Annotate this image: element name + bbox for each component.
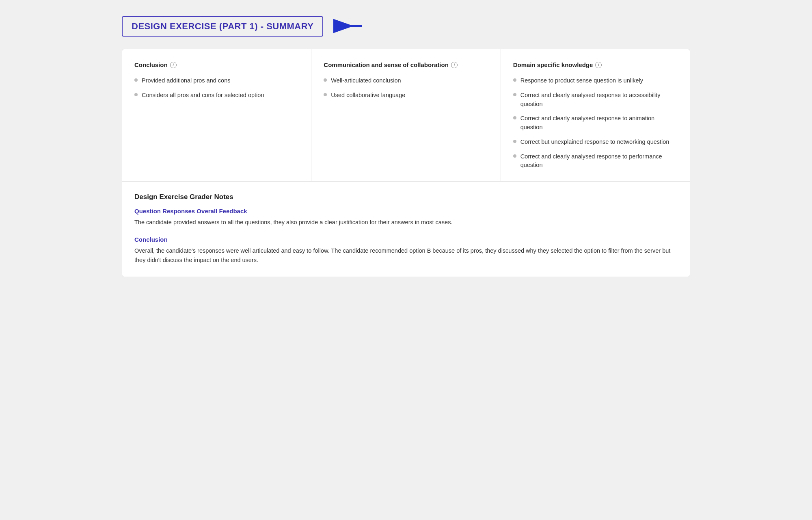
list-item-text: Correct and clearly analysed response to… xyxy=(520,152,678,170)
criteria-col-conclusion: Conclusion iProvided additional pros and… xyxy=(122,49,311,181)
bullet-dot xyxy=(513,93,516,96)
list-item-text: Correct and clearly analysed response to… xyxy=(520,91,678,109)
grader-notes-title: Design Exercise Grader Notes xyxy=(134,193,678,201)
bullet-dot xyxy=(134,93,138,96)
bullet-list-communication: Well-articulated conclusionUsed collabor… xyxy=(324,76,488,100)
conclusion-label: Conclusion xyxy=(134,236,678,243)
list-item-text: Provided additional pros and cons xyxy=(142,76,230,85)
list-item-text: Well-articulated conclusion xyxy=(331,76,401,85)
list-item: Provided additional pros and cons xyxy=(134,76,299,85)
criteria-section: Conclusion iProvided additional pros and… xyxy=(122,49,690,182)
criteria-col-title-domain: Domain specific knowledge i xyxy=(513,61,678,69)
bullet-list-conclusion: Provided additional pros and consConside… xyxy=(134,76,299,100)
bullet-dot xyxy=(513,78,516,82)
page-title: DESIGN EXERCISE (PART 1) - SUMMARY xyxy=(132,21,313,31)
list-item: Used collaborative language xyxy=(324,91,488,100)
bullet-dot xyxy=(513,154,516,158)
bullet-list-domain: Response to product sense question is un… xyxy=(513,76,678,170)
list-item-text: Used collaborative language xyxy=(331,91,405,100)
back-arrow-icon xyxy=(331,18,364,35)
grader-section: Design Exercise Grader Notes Question Re… xyxy=(122,182,690,277)
criteria-col-title-communication: Communication and sense of collaboration… xyxy=(324,61,488,69)
list-item: Correct and clearly analysed response to… xyxy=(513,114,678,132)
bullet-dot xyxy=(513,116,516,119)
criteria-col-title-conclusion: Conclusion i xyxy=(134,61,299,69)
list-item-text: Response to product sense question is un… xyxy=(520,76,643,85)
main-card: Conclusion iProvided additional pros and… xyxy=(122,49,690,277)
bullet-dot xyxy=(324,78,327,82)
conclusion-text: Overall, the candidate's responses were … xyxy=(134,246,678,265)
page-wrapper: DESIGN EXERCISE (PART 1) - SUMMARY Concl… xyxy=(122,16,690,277)
bullet-dot xyxy=(513,140,516,143)
criteria-col-communication: Communication and sense of collaboration… xyxy=(311,49,501,181)
list-item: Correct but unexplained response to netw… xyxy=(513,138,678,147)
list-item-text: Considers all pros and cons for selected… xyxy=(142,91,264,100)
criteria-col-domain: Domain specific knowledge iResponse to p… xyxy=(501,49,690,181)
list-item: Response to product sense question is un… xyxy=(513,76,678,85)
list-item: Well-articulated conclusion xyxy=(324,76,488,85)
list-item: Correct and clearly analysed response to… xyxy=(513,91,678,109)
title-row: DESIGN EXERCISE (PART 1) - SUMMARY xyxy=(122,16,690,37)
list-item-text: Correct and clearly analysed response to… xyxy=(520,114,678,132)
bullet-dot xyxy=(324,93,327,96)
list-item: Correct and clearly analysed response to… xyxy=(513,152,678,170)
bullet-dot xyxy=(134,78,138,82)
info-icon[interactable]: i xyxy=(451,62,458,68)
list-item: Considers all pros and cons for selected… xyxy=(134,91,299,100)
title-box: DESIGN EXERCISE (PART 1) - SUMMARY xyxy=(122,16,323,37)
info-icon[interactable]: i xyxy=(595,62,602,68)
info-icon[interactable]: i xyxy=(170,62,177,68)
list-item-text: Correct but unexplained response to netw… xyxy=(520,138,669,147)
feedback-text: The candidate provided answers to all th… xyxy=(134,218,678,227)
feedback-label: Question Responses Overall Feedback xyxy=(134,208,678,214)
